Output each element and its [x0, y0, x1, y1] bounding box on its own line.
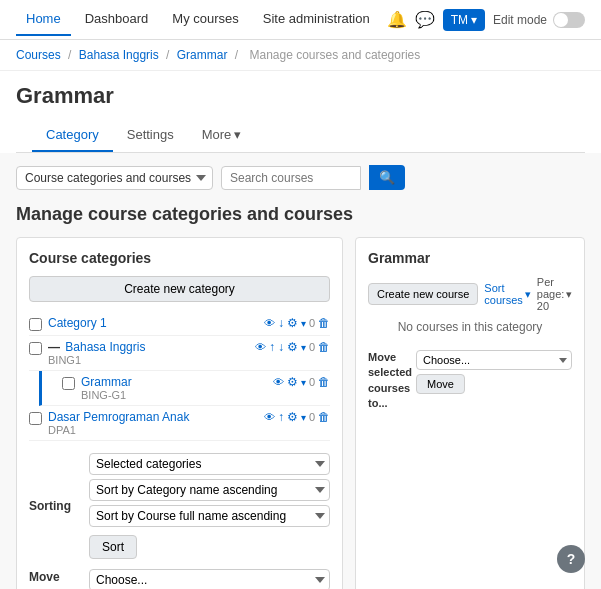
sort-group: Selected categories Sort by Category nam… — [89, 453, 330, 559]
main-content: Course categories and courses 🔍 Manage c… — [0, 153, 601, 589]
tab-more[interactable]: More ▾ — [188, 119, 256, 152]
avatar-chevron-icon: ▾ — [471, 13, 477, 27]
category-up-icon-2[interactable] — [269, 340, 275, 354]
category-expand-icon-2[interactable] — [301, 340, 306, 354]
category-count-3: 0 — [309, 376, 315, 388]
sort-button[interactable]: Sort — [89, 535, 137, 559]
sort-courses-chevron-icon: ▾ — [525, 288, 531, 301]
tab-settings[interactable]: Settings — [113, 119, 188, 152]
nav-home[interactable]: Home — [16, 3, 71, 36]
nav-dashboard[interactable]: Dashboard — [75, 3, 159, 36]
table-row: Dasar Pemrograman Anak DPA1 ⚙ 0 🗑 — [29, 406, 330, 441]
category-gear-icon-1[interactable]: ⚙ — [287, 316, 298, 330]
sort-fullname-select[interactable]: Sort by Course full name ascending — [89, 505, 330, 527]
category-view-icon-1[interactable] — [264, 316, 275, 330]
right-panel-title: Grammar — [368, 250, 430, 266]
sort-name-select[interactable]: Sort by Category name ascending — [89, 479, 330, 501]
sort-courses-button[interactable]: Sort courses ▾ — [484, 282, 531, 306]
sorting-row: Sorting Selected categories Sort by Cate… — [29, 453, 330, 559]
category-count-1: 0 — [309, 317, 315, 329]
chat-icon[interactable]: 💬 — [415, 10, 435, 29]
category-count-2: 0 — [309, 341, 315, 353]
breadcrumb-sep3: / — [235, 48, 242, 62]
category-code-2: BING1 — [48, 354, 255, 366]
category-actions-3: ⚙ 0 🗑 — [273, 375, 330, 389]
search-input[interactable] — [221, 166, 361, 190]
category-expand-icon-3[interactable] — [301, 375, 306, 389]
category-view-icon-4[interactable] — [264, 410, 275, 424]
toolbar: Course categories and courses 🔍 — [16, 165, 585, 190]
category-name-4[interactable]: Dasar Pemrograman Anak — [48, 410, 189, 424]
category-name-2[interactable]: Bahasa Inggris — [65, 340, 145, 354]
collapse-icon-2[interactable]: — — [48, 340, 60, 354]
move-categories-label: Move select ed cate g... — [29, 569, 79, 589]
move-courses-button[interactable]: Move — [416, 374, 465, 394]
move-courses-label: Move selected courses to... — [368, 350, 408, 412]
breadcrumb-grammar[interactable]: Grammar — [177, 48, 228, 62]
breadcrumb-sep1: / — [68, 48, 75, 62]
category-info-3: Grammar BING-G1 — [81, 375, 273, 401]
right-panel: Grammar Create new course Sort courses ▾… — [355, 237, 585, 589]
category-checkbox-3[interactable] — [62, 377, 75, 390]
user-avatar-button[interactable]: TM ▾ — [443, 9, 485, 31]
category-code-3: BING-G1 — [81, 389, 273, 401]
category-down-icon-2[interactable] — [278, 340, 284, 354]
nav-site-admin[interactable]: Site administration — [253, 3, 380, 36]
page-header: Grammar Category Settings More ▾ — [0, 71, 601, 153]
breadcrumb-current: Manage courses and categories — [249, 48, 420, 62]
category-name-1[interactable]: Category 1 — [48, 316, 107, 330]
search-button[interactable]: 🔍 — [369, 165, 405, 190]
right-move-controls: Choose... Move — [416, 350, 572, 394]
breadcrumb-bahasa-inggris[interactable]: Bahasa Inggris — [79, 48, 159, 62]
move-categories-select[interactable]: Choose... — [89, 569, 330, 589]
category-checkbox-4[interactable] — [29, 412, 42, 425]
category-view-icon-2[interactable] — [255, 340, 266, 354]
category-delete-icon-3[interactable]: 🗑 — [318, 375, 330, 389]
breadcrumb-sep2: / — [166, 48, 173, 62]
notification-icon[interactable]: 🔔 — [387, 10, 407, 29]
section-heading: Manage course categories and courses — [16, 204, 585, 225]
left-panel-title: Course categories — [29, 250, 330, 266]
category-name-3[interactable]: Grammar — [81, 375, 132, 389]
tab-category[interactable]: Category — [32, 119, 113, 152]
category-view-icon-3[interactable] — [273, 375, 284, 389]
category-delete-icon-2[interactable]: 🗑 — [318, 340, 330, 354]
category-info-2: — Bahasa Inggris BING1 — [48, 340, 255, 366]
create-course-button[interactable]: Create new course — [368, 283, 478, 305]
category-expand-icon-1[interactable] — [301, 316, 306, 330]
help-button[interactable]: ? — [557, 545, 585, 573]
nav-right: 🔔 💬 TM ▾ Edit mode — [387, 9, 585, 31]
no-courses-message: No courses in this category — [368, 312, 572, 342]
category-checkbox-1[interactable] — [29, 318, 42, 331]
category-expand-icon-4[interactable] — [301, 410, 306, 424]
category-down-icon-1[interactable] — [278, 316, 284, 330]
sort-by-select[interactable]: Selected categories — [89, 453, 330, 475]
category-count-4: 0 — [309, 411, 315, 423]
edit-mode-toggle: Edit mode — [493, 12, 585, 28]
tab-more-chevron-icon: ▾ — [234, 127, 241, 142]
category-delete-icon-4[interactable]: 🗑 — [318, 410, 330, 424]
per-page-select[interactable]: Per page: 20 ▾ — [537, 276, 573, 312]
breadcrumb-courses[interactable]: Courses — [16, 48, 61, 62]
right-toolbar: Create new course Sort courses ▾ Per pag… — [368, 276, 572, 312]
category-gear-icon-4[interactable]: ⚙ — [287, 410, 298, 424]
create-category-button[interactable]: Create new category — [29, 276, 330, 302]
category-checkbox-2[interactable] — [29, 342, 42, 355]
move-courses-section: Move selected courses to... Choose... Mo… — [368, 350, 572, 412]
edit-mode-switch[interactable] — [553, 12, 585, 28]
category-actions-1: ⚙ 0 🗑 — [264, 316, 330, 330]
move-categories-section: Move select ed cate g... Choose... Move — [29, 569, 330, 589]
per-page-label: Per page: 20 — [537, 276, 565, 312]
category-list: Category 1 ⚙ 0 🗑 — — [29, 312, 330, 441]
category-select[interactable]: Course categories and courses — [16, 166, 213, 190]
category-gear-icon-2[interactable]: ⚙ — [287, 340, 298, 354]
move-courses-select[interactable]: Choose... — [416, 350, 572, 370]
table-row: — Bahasa Inggris BING1 ⚙ 0 🗑 — [29, 336, 330, 371]
category-up-icon-4[interactable] — [278, 410, 284, 424]
nav-my-courses[interactable]: My courses — [162, 3, 248, 36]
avatar-initials: TM — [451, 13, 468, 27]
category-info-4: Dasar Pemrograman Anak DPA1 — [48, 410, 264, 436]
category-delete-icon-1[interactable]: 🗑 — [318, 316, 330, 330]
category-gear-icon-3[interactable]: ⚙ — [287, 375, 298, 389]
left-panel: Course categories Create new category Ca… — [16, 237, 343, 589]
